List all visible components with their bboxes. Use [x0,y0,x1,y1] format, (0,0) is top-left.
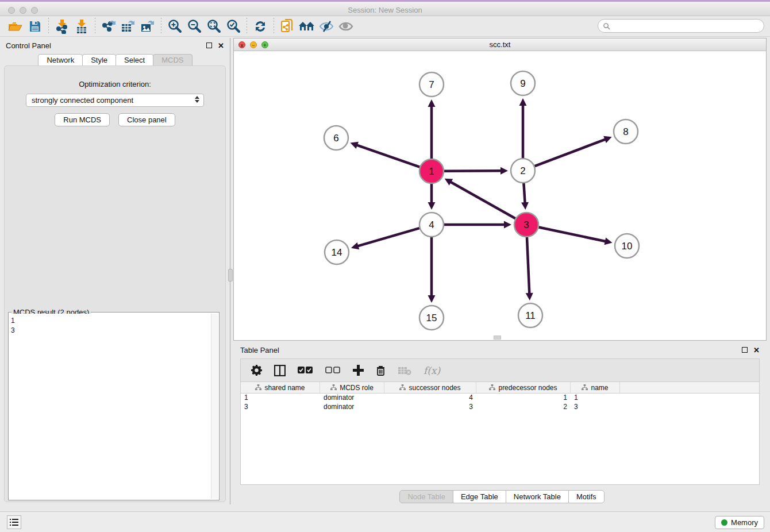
apply-layout-button[interactable] [251,18,270,35]
table-row[interactable]: 1dominator411 [241,394,759,403]
table-cell[interactable]: 1 [571,394,620,403]
task-history-button[interactable] [7,515,21,529]
zoom-selected-button[interactable] [224,18,243,35]
hide-selected-button[interactable] [317,18,336,35]
graph-edge[interactable] [449,182,515,219]
export-table-icon [121,20,136,33]
table-cell[interactable]: 3 [571,403,620,412]
import-network-button[interactable] [52,18,72,35]
close-panel-button[interactable]: Close panel [118,113,175,126]
close-panel-icon[interactable]: ✕ [218,42,224,49]
zoom-in-icon [167,19,182,34]
column-header[interactable]: predecessor nodes [476,382,571,393]
save-session-button[interactable] [25,18,45,35]
node-table[interactable]: shared nameMCDS rolesuccessor nodesprede… [240,381,760,485]
column-header[interactable]: MCDS role [320,382,384,393]
show-all-button[interactable] [336,18,356,35]
node-label: 14 [332,247,342,258]
table-cell[interactable]: 2 [476,403,571,412]
duplicate-network-icon [280,18,294,34]
graph-edge[interactable] [527,237,529,295]
float-table-panel-icon[interactable] [742,346,748,354]
table-cell[interactable]: 4 [384,394,476,403]
graph-edge[interactable] [444,171,502,171]
zoom-fit-icon [206,19,221,34]
zoom-in-button[interactable] [165,18,184,35]
result-scrollbar[interactable] [211,314,218,499]
graph-edge[interactable] [523,183,525,204]
network-minimize-icon[interactable]: − [250,41,257,48]
column-header[interactable]: name [571,382,620,393]
graph-edge[interactable] [357,228,419,246]
table-body: 1dominator4113dominator323 [241,394,759,412]
search-field[interactable] [598,19,764,33]
tab-network-table[interactable]: Network Table [506,490,569,503]
houses-icon [298,20,315,33]
close-table-panel-icon[interactable]: ✕ [753,346,760,354]
memory-button[interactable]: Memory [715,516,764,529]
network-window-titlebar[interactable]: x − + scc.txt [234,38,766,51]
export-network-button[interactable] [99,18,118,35]
graph-edge[interactable] [539,228,607,242]
table-row[interactable]: 3dominator323 [241,403,759,412]
toggle-column-panel-button[interactable] [274,365,286,376]
table-cell[interactable]: 3 [241,403,320,412]
table-cell[interactable]: dominator [320,403,384,412]
search-input[interactable] [610,22,764,30]
open-session-button[interactable] [6,18,25,35]
network-splitter-grip[interactable] [494,336,501,340]
import-network-icon [55,19,69,34]
edge-arrowhead-icon [351,242,359,249]
zoom-out-button[interactable] [184,18,204,35]
delete-table-button[interactable] [398,366,411,375]
export-image-button[interactable] [138,18,157,35]
table-settings-button[interactable] [251,365,262,376]
float-panel-icon[interactable] [206,42,212,49]
network-canvas[interactable]: 7968124314101511 [234,51,766,340]
memory-status-icon [721,519,727,526]
select-all-columns-button[interactable] [298,367,313,374]
panel-splitter-handle[interactable] [228,269,233,282]
mcds-result-text[interactable]: 1 3 [10,314,211,499]
duplicate-network-button[interactable] [278,18,297,35]
column-header[interactable]: successor nodes [384,382,476,393]
edge-arrowhead-icon [604,238,612,245]
table-cell[interactable]: dominator [320,394,384,403]
run-mcds-button[interactable]: Run MCDS [55,113,110,126]
node-label: 15 [426,313,437,323]
edge-arrowhead-icon [521,202,529,210]
graph-edge[interactable] [535,139,607,166]
tab-mcds[interactable]: MCDS [153,54,192,66]
optimization-criterion-label: Optimization criterion: [5,80,225,88]
export-table-button[interactable] [118,18,138,35]
network-close-icon[interactable]: x [238,41,245,48]
window-titlebar: Session: New Session [0,0,770,16]
column-sort-icon [399,384,406,391]
table-cell[interactable]: 1 [476,394,571,403]
control-panel: Control Panel ✕ Network Style Select MCD… [0,38,230,504]
export-image-icon [140,20,155,33]
zoom-fit-button[interactable] [204,18,224,35]
node-label: 10 [622,241,633,252]
optimization-criterion-select[interactable]: strongly connected component [26,94,204,107]
column-header[interactable]: shared name [241,382,320,393]
tab-node-table[interactable]: Node Table [399,490,453,503]
import-table-button[interactable] [72,18,91,35]
edge-arrowhead-icon [351,142,359,149]
create-column-button[interactable] [353,365,364,376]
first-neighbors-button[interactable] [297,18,317,35]
deselect-all-columns-button[interactable] [325,367,341,374]
tab-motifs[interactable]: Motifs [568,490,605,503]
tab-edge-table[interactable]: Edge Table [453,490,506,503]
table-cell[interactable]: 3 [384,403,476,412]
eye-icon [338,20,354,33]
zoom-selected-icon [226,19,241,34]
delete-column-button[interactable] [376,365,386,376]
network-maximize-icon[interactable]: + [261,41,268,48]
function-builder-button[interactable]: f(x) [424,365,440,376]
tab-select[interactable]: Select [116,54,153,66]
tab-style[interactable]: Style [82,54,116,66]
tab-network[interactable]: Network [38,54,83,66]
graph-edge[interactable] [356,145,419,167]
table-cell[interactable]: 1 [241,394,320,403]
